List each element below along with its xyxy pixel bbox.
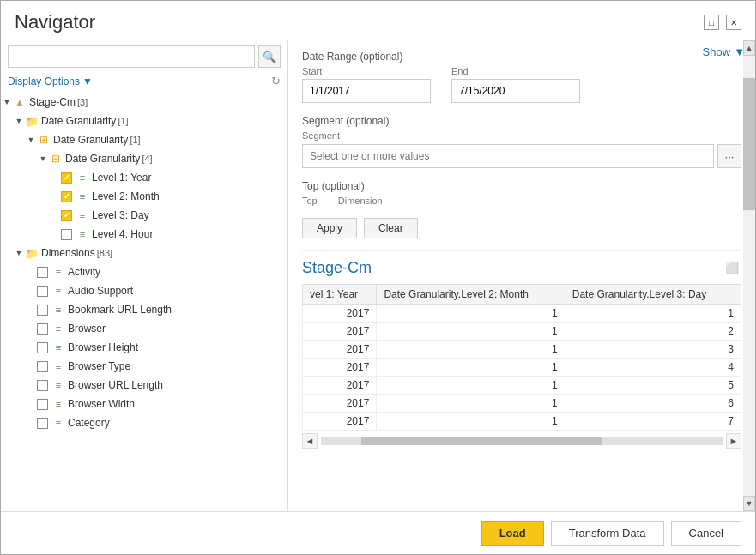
tree-label: Level 2: Month	[92, 190, 160, 202]
checkbox[interactable]	[37, 305, 48, 316]
tree-item-bookmark-url[interactable]: ≡Bookmark URL Length	[1, 300, 287, 319]
top-row: Top Dimension	[302, 196, 741, 206]
table-cell: 2017	[303, 377, 377, 395]
tree-item-category[interactable]: ≡Category	[1, 413, 287, 432]
tree-item-browser-url-length[interactable]: ≡Browser URL Length	[1, 376, 287, 395]
column-icon: ≡	[51, 285, 65, 297]
display-options-button[interactable]: Display Options ▼	[8, 75, 93, 87]
checkbox[interactable]	[61, 172, 72, 184]
end-date-field: End	[451, 66, 580, 103]
expand-arrow[interactable]	[49, 209, 61, 221]
tree-item-level-day[interactable]: ≡Level 3: Day	[1, 206, 287, 225]
tree-item-browser-type[interactable]: ≡Browser Type	[1, 357, 287, 376]
start-date-field: Start	[302, 66, 431, 103]
end-date-input[interactable]	[451, 79, 580, 103]
expand-arrow[interactable]	[13, 115, 25, 127]
tree-item-browser-width[interactable]: ≡Browser Width	[1, 395, 287, 413]
column-icon: ≡	[51, 304, 65, 316]
checkbox[interactable]	[37, 399, 48, 410]
close-button[interactable]: ✕	[726, 15, 741, 30]
segment-label: Segment	[302, 130, 741, 141]
chevron-down-icon: ▼	[734, 45, 745, 58]
hscroll-track[interactable]	[321, 437, 723, 445]
date-range-title: Date Range (optional)	[302, 51, 741, 63]
column-icon: ≡	[51, 266, 65, 278]
scroll-right-button[interactable]: ►	[726, 433, 741, 449]
expand-arrow[interactable]	[25, 323, 37, 335]
scroll-down-button[interactable]: ▼	[743, 496, 755, 511]
scroll-left-button[interactable]: ◄	[302, 433, 318, 449]
export-icon[interactable]: ⬜	[723, 258, 741, 277]
checkbox[interactable]	[37, 267, 48, 278]
tree-item-activity[interactable]: ≡Activity	[1, 262, 287, 281]
column-header: Date Granularity.Level 3: Day	[565, 285, 741, 305]
expand-arrow[interactable]	[1, 96, 13, 108]
tree-item-level-hour[interactable]: ≡Level 4: Hour	[1, 225, 287, 244]
vscroll-thumb	[743, 78, 755, 210]
tree-container[interactable]: ▲Stage-Cm [3]📁Date Granularity [1]⊞Date …	[1, 91, 287, 511]
tree-item-dimensions[interactable]: 📁Dimensions [83]	[1, 244, 287, 262]
horizontal-scrollbar[interactable]: ◄ ►	[302, 431, 741, 450]
expand-arrow[interactable]	[49, 172, 61, 184]
expand-arrow[interactable]	[25, 379, 37, 391]
expand-arrow[interactable]	[13, 247, 25, 259]
table-cell: 2017	[303, 341, 377, 359]
segment-more-button[interactable]: ···	[717, 144, 741, 168]
checkbox[interactable]	[37, 361, 48, 372]
table-row: 201715	[303, 377, 741, 395]
column-header: vel 1: Year	[303, 285, 377, 305]
tree-badge: [1]	[118, 116, 128, 126]
segment-section: Segment (optional) Segment ···	[302, 115, 741, 168]
transform-button[interactable]: Transform Data	[551, 521, 664, 546]
expand-arrow[interactable]	[49, 190, 61, 202]
vscroll-track[interactable]	[743, 56, 755, 496]
tree-item-level-month[interactable]: ≡Level 2: Month	[1, 187, 287, 206]
segment-input[interactable]	[302, 144, 714, 168]
dimension-label: Dimension	[338, 196, 383, 206]
load-button[interactable]: Load	[481, 521, 544, 546]
expand-arrow[interactable]	[25, 304, 37, 316]
expand-arrow[interactable]	[25, 266, 37, 278]
checkbox[interactable]	[37, 342, 48, 353]
cancel-button[interactable]: Cancel	[671, 521, 741, 546]
tree-badge: [1]	[130, 135, 140, 145]
checkbox[interactable]	[37, 380, 48, 391]
expand-arrow[interactable]	[25, 398, 37, 410]
expand-arrow[interactable]	[37, 153, 49, 165]
expand-arrow[interactable]	[25, 134, 37, 146]
expand-arrow[interactable]	[25, 341, 37, 353]
tree-item-browser[interactable]: ≡Browser	[1, 319, 287, 338]
expand-arrow[interactable]	[25, 360, 37, 372]
start-date-input[interactable]	[302, 79, 431, 103]
checkbox[interactable]	[61, 229, 72, 240]
checkbox[interactable]	[61, 210, 72, 221]
tree-item-audio-support[interactable]: ≡Audio Support	[1, 281, 287, 300]
tree-item-browser-height[interactable]: ≡Browser Height	[1, 338, 287, 357]
right-scroll-area[interactable]: Date Range (optional) Start End	[288, 40, 755, 511]
expand-arrow[interactable]	[25, 285, 37, 297]
data-table: vel 1: YearDate Granularity.Level 2: Mon…	[302, 284, 741, 431]
search-icon[interactable]: 🔍	[258, 45, 281, 68]
checkbox[interactable]	[61, 191, 72, 202]
clear-button[interactable]: Clear	[364, 218, 418, 238]
refresh-icon[interactable]: ↻	[271, 75, 281, 87]
minimize-button[interactable]: □	[704, 15, 719, 30]
checkbox[interactable]	[37, 418, 48, 429]
expand-arrow[interactable]	[25, 417, 37, 429]
apply-button[interactable]: Apply	[302, 218, 357, 238]
column-icon: ≡	[76, 172, 89, 184]
table-cell: 2017	[303, 413, 377, 431]
table-cell: 1	[377, 341, 565, 359]
tree-item-level-year[interactable]: ≡Level 1: Year	[1, 168, 287, 187]
expand-arrow[interactable]	[49, 228, 61, 240]
checkbox[interactable]	[37, 286, 48, 297]
show-button[interactable]: Show ▼	[692, 40, 755, 63]
table-cell: 6	[565, 395, 741, 413]
search-input[interactable]	[8, 45, 255, 68]
tree-item-date-gran-4[interactable]: ⊟Date Granularity [4]	[1, 149, 287, 168]
tree-item-stage-cm[interactable]: ▲Stage-Cm [3]	[1, 93, 287, 112]
tree-item-date-gran-1[interactable]: 📁Date Granularity [1]	[1, 112, 287, 130]
tree-item-date-gran-1b[interactable]: ⊞Date Granularity [1]	[1, 130, 287, 149]
tree-label: Browser	[68, 323, 106, 335]
checkbox[interactable]	[37, 323, 48, 335]
